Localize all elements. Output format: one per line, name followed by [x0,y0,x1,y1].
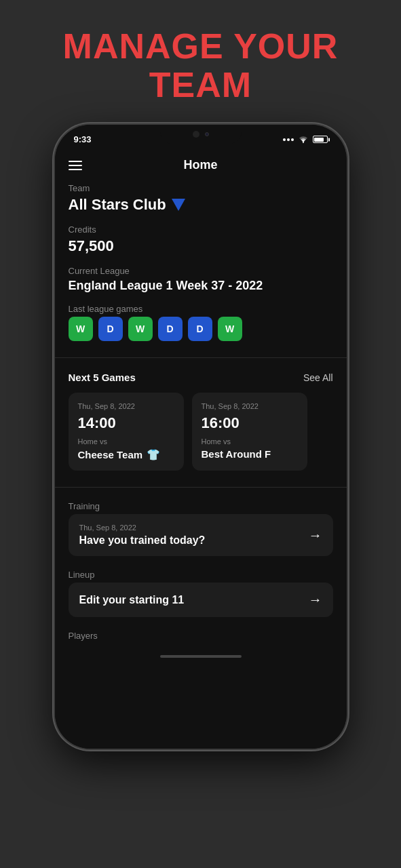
status-icons [283,136,328,144]
lineup-card-left: Edit your starting 11 [79,594,185,606]
app-content: Team All Stars Club Credits 57,500 Curre… [55,183,347,749]
lineup-section: Lineup Edit your starting 11 → [69,570,333,617]
camera-sensor [205,132,209,136]
result-badge: W [128,317,153,341]
svg-point-0 [303,142,304,143]
phone-shell: 9:33 Home [55,125,347,749]
hamburger-menu-icon[interactable] [69,161,82,170]
result-badge: D [98,317,123,341]
training-card[interactable]: Thu, Sep 8, 2022 Have you trained today?… [69,514,333,556]
wifi-icon [298,136,309,144]
credits-value: 57,500 [69,237,333,255]
camera-dot [193,131,199,138]
games-scroll: Thu, Sep 8, 2022 14:00 Home vs Cheese Te… [69,393,333,471]
page-title: MANAGE YOUR TEAM [63,27,339,104]
navbar-title: Home [183,158,217,172]
next-games-header: Next 5 Games See All [69,372,333,383]
game-vs: Home vs [202,437,298,446]
lineup-card[interactable]: Edit your starting 11 → [69,583,333,617]
signal-icon [283,138,294,141]
training-label: Training [69,501,333,511]
league-label: Current League [69,266,333,276]
credits-label: Credits [69,224,333,235]
training-date: Thu, Sep 8, 2022 [79,524,206,532]
game-card[interactable]: Thu, Sep 8, 2022 16:00 Home vs Best Arou… [192,393,307,471]
players-label: Players [69,631,333,646]
status-time: 9:33 [74,134,92,144]
game-date: Thu, Sep 8, 2022 [78,402,174,410]
next-games-title: Next 5 Games [69,372,136,383]
game-card[interactable]: Thu, Sep 8, 2022 14:00 Home vs Cheese Te… [69,393,184,471]
team-label: Team [69,183,333,193]
game-opponent-row: Best Around F [202,448,298,460]
phone-screen: 9:33 Home [55,125,347,749]
home-bar [160,655,242,658]
shirt-icon: 👕 [147,448,160,461]
training-section: Training Thu, Sep 8, 2022 Have you train… [69,501,333,556]
result-badge: D [158,317,183,341]
last-games-label: Last league games [69,304,333,314]
camera-notch [160,125,242,144]
result-badge: W [218,317,242,341]
training-title: Have you trained today? [79,534,206,547]
training-card-left: Thu, Sep 8, 2022 Have you trained today? [79,524,206,547]
game-time: 16:00 [202,414,298,432]
lineup-title: Edit your starting 11 [79,594,185,606]
lineup-label: Lineup [69,570,333,580]
divider [55,357,347,358]
results-row: WDWDDW [69,317,333,341]
game-opponent: Best Around F [202,448,271,460]
result-badge: D [188,317,212,341]
game-opponent: Cheese Team [78,449,143,460]
divider2 [55,487,347,488]
game-opponent-row: Cheese Team 👕 [78,448,174,461]
content-area: Team All Stars Club Credits 57,500 Curre… [55,183,347,646]
battery-icon [313,136,328,143]
game-time: 14:00 [78,414,174,432]
training-arrow-icon: → [309,528,322,543]
game-vs: Home vs [78,437,174,446]
result-badge: W [69,317,93,341]
navbar: Home [55,150,347,183]
league-name: England League 1 Week 37 - 2022 [69,279,333,293]
team-badge-icon [172,199,185,211]
team-name: All Stars Club [69,196,166,214]
home-indicator [55,646,347,667]
game-date: Thu, Sep 8, 2022 [202,402,298,410]
see-all-link[interactable]: See All [303,372,333,383]
lineup-arrow-icon: → [309,592,322,608]
team-name-row: All Stars Club [69,196,333,214]
